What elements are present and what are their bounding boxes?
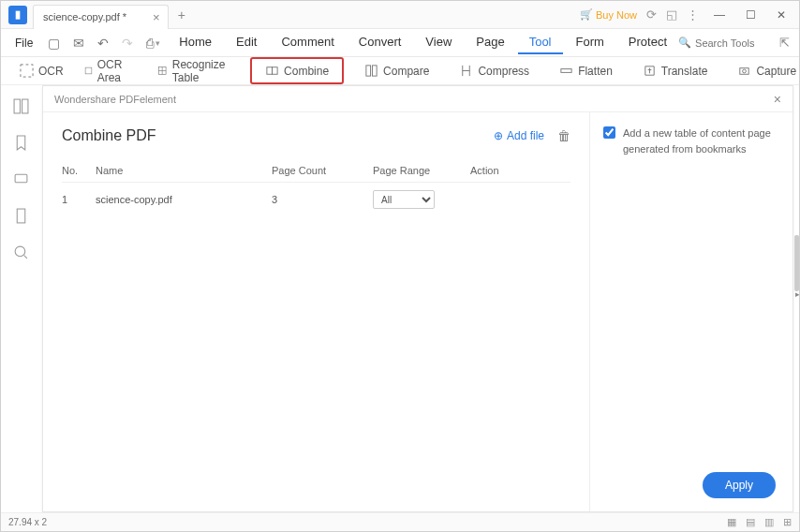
panel-right: Add a new table of content page generate… <box>590 112 793 511</box>
undo-icon[interactable]: ↶ <box>91 36 115 51</box>
compress-button[interactable]: Compress <box>450 60 539 81</box>
col-action: Action <box>470 165 570 176</box>
col-page-count: Page Count <box>272 165 373 176</box>
svg-rect-6 <box>273 67 278 75</box>
expand-icon[interactable]: ▸ <box>795 289 800 299</box>
col-name: Name <box>96 165 272 176</box>
menu-view[interactable]: View <box>414 31 463 54</box>
status-icon[interactable]: ▦ <box>727 516 736 528</box>
bookmark-icon[interactable] <box>13 135 29 151</box>
flatten-button[interactable]: Flatten <box>550 60 622 81</box>
attachment-icon[interactable] <box>13 208 29 224</box>
table-row[interactable]: 1 science-copy.pdf 3 All <box>62 183 570 216</box>
svg-point-11 <box>743 69 747 73</box>
close-icon[interactable]: × <box>153 10 160 24</box>
ocr-area-button[interactable]: OCR Area <box>75 54 138 88</box>
status-icon[interactable]: ▥ <box>764 516 774 528</box>
panel-header: Wondershare PDFelement × <box>43 86 793 112</box>
topbar: File ▢ ✉ ↶ ↷ ⎙▾ Home Edit Comment Conver… <box>1 29 799 57</box>
comment-icon[interactable] <box>13 171 29 187</box>
new-tab-button[interactable]: + <box>178 7 185 22</box>
compare-button[interactable]: Compare <box>355 60 438 81</box>
toc-label: Add a new table of content page generate… <box>623 126 779 156</box>
main: Wondershare PDFelement × Combine PDF ⊕ A… <box>1 85 799 512</box>
status-icon[interactable]: ▤ <box>746 516 755 528</box>
save-icon[interactable]: ▢ <box>41 36 67 51</box>
svg-rect-19 <box>17 209 25 223</box>
capture-button[interactable]: Capture <box>728 60 800 81</box>
trash-icon[interactable]: 🗑 <box>557 128 570 143</box>
status-dimensions: 27.94 x 2 <box>8 517 47 527</box>
menu-page[interactable]: Page <box>465 31 515 54</box>
mail-icon[interactable]: ✉ <box>67 36 91 51</box>
menu-home[interactable]: Home <box>168 31 223 54</box>
svg-rect-0 <box>21 65 33 77</box>
apply-button[interactable]: Apply <box>703 472 776 498</box>
panel-close-icon[interactable]: × <box>774 92 781 107</box>
tool-toolbar: OCR OCR Area Recognize Table Combine Com… <box>1 57 799 85</box>
cell-name: science-copy.pdf <box>96 194 272 205</box>
cart-icon: 🛒 <box>580 8 593 21</box>
svg-rect-9 <box>561 69 571 73</box>
svg-rect-17 <box>22 99 27 113</box>
close-button[interactable]: ✕ <box>771 8 792 22</box>
tab-title: science-copy.pdf * <box>43 11 126 22</box>
share-icon[interactable]: ⇱ <box>779 36 790 50</box>
scrollbar[interactable] <box>794 235 799 291</box>
titlebar: ▮ science-copy.pdf * × + 🛒 Buy Now ⟳ ◱ ⋮… <box>1 1 799 29</box>
popup-icon[interactable]: ◱ <box>666 7 677 22</box>
table-header: No. Name Page Count Page Range Action <box>62 159 570 183</box>
svg-rect-18 <box>15 174 27 183</box>
col-no: No. <box>62 165 96 176</box>
kebab-icon[interactable]: ⋮ <box>687 7 699 22</box>
menu-edit[interactable]: Edit <box>225 31 268 54</box>
cell-no: 1 <box>62 194 96 205</box>
panel-title: Combine PDF <box>62 127 156 144</box>
svg-line-21 <box>23 256 26 259</box>
cell-page-count: 3 <box>272 194 373 205</box>
menu-convert[interactable]: Convert <box>348 31 413 54</box>
combine-panel: Wondershare PDFelement × Combine PDF ⊕ A… <box>42 85 793 512</box>
svg-rect-7 <box>366 66 371 76</box>
svg-point-20 <box>15 246 25 257</box>
svg-rect-16 <box>14 99 20 113</box>
buy-now-link[interactable]: 🛒 Buy Now <box>580 8 637 21</box>
search-input[interactable] <box>695 37 770 49</box>
minimize-button[interactable]: — <box>708 8 731 22</box>
maximize-button[interactable]: ☐ <box>740 8 762 22</box>
plus-icon: ⊕ <box>494 129 503 142</box>
menu-protect[interactable]: Protect <box>617 31 678 54</box>
redo-icon[interactable]: ↷ <box>115 36 140 51</box>
ocr-button[interactable]: OCR <box>10 60 73 81</box>
panel-header-label: Wondershare PDFelement <box>54 94 176 105</box>
page-range-select[interactable]: All <box>373 190 435 209</box>
menu-comment[interactable]: Comment <box>270 31 345 54</box>
main-menu: Home Edit Comment Convert View Page Tool… <box>168 31 678 54</box>
file-menu[interactable]: File <box>7 37 41 50</box>
svg-rect-8 <box>373 66 378 76</box>
search-icon: 🔍 <box>678 37 691 49</box>
col-page-range: Page Range <box>373 165 470 176</box>
find-icon[interactable] <box>13 244 29 260</box>
search-tools[interactable]: 🔍 <box>678 37 770 49</box>
menu-tool[interactable]: Tool <box>518 31 563 54</box>
combine-button[interactable]: Combine <box>250 57 344 84</box>
translate-button[interactable]: Translate <box>633 60 718 81</box>
toc-checkbox[interactable] <box>603 126 615 139</box>
svg-rect-5 <box>267 67 273 75</box>
add-file-button[interactable]: ⊕ Add file <box>494 129 544 142</box>
document-tab[interactable]: science-copy.pdf * × <box>33 5 169 29</box>
menu-form[interactable]: Form <box>565 31 615 54</box>
svg-rect-1 <box>85 67 92 74</box>
refresh-icon[interactable]: ⟳ <box>646 7 657 22</box>
sidebar <box>1 85 40 512</box>
status-icon[interactable]: ⊞ <box>783 516 792 528</box>
panel-left: Combine PDF ⊕ Add file 🗑 No. Name Page C… <box>43 112 590 511</box>
status-bar: 27.94 x 2 ▦ ▤ ▥ ⊞ <box>1 512 799 531</box>
toc-checkbox-row[interactable]: Add a new table of content page generate… <box>603 126 779 156</box>
thumbnails-icon[interactable] <box>13 98 29 114</box>
app-icon: ▮ <box>8 6 27 24</box>
recognize-table-button[interactable]: Recognize Table <box>148 54 239 88</box>
